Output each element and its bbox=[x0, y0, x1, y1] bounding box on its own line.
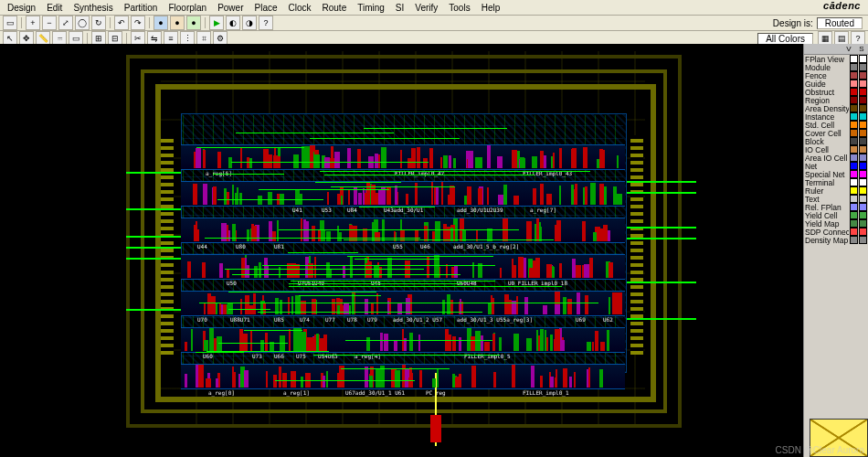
rp-header-v[interactable]: V bbox=[842, 44, 855, 54]
visibility-swatch-icon[interactable] bbox=[850, 228, 858, 236]
select-swatch-icon[interactable] bbox=[859, 211, 867, 219]
select-swatch-icon[interactable] bbox=[859, 80, 867, 88]
menu-help[interactable]: Help bbox=[476, 3, 506, 13]
select-swatch-icon[interactable] bbox=[859, 137, 867, 145]
menu-floorplan[interactable]: Floorplan bbox=[163, 3, 212, 13]
hilite2-icon[interactable]: ● bbox=[170, 16, 185, 30]
select-swatch-icon[interactable] bbox=[859, 219, 867, 228]
std-cell bbox=[409, 333, 413, 351]
std-cell bbox=[609, 297, 610, 314]
select-swatch-icon[interactable] bbox=[859, 154, 867, 162]
select-swatch-icon[interactable] bbox=[859, 112, 867, 121]
menu-power[interactable]: Power bbox=[212, 3, 249, 13]
menu-partition[interactable]: Partition bbox=[119, 3, 164, 13]
zoom-out-icon[interactable]: − bbox=[42, 16, 57, 30]
std-cell bbox=[524, 297, 528, 314]
select-swatch-icon[interactable] bbox=[859, 63, 867, 71]
visibility-swatch-icon[interactable] bbox=[850, 96, 858, 104]
visibility-swatch-icon[interactable] bbox=[850, 178, 858, 186]
menu-route[interactable]: Route bbox=[317, 3, 353, 13]
std-cell bbox=[437, 369, 439, 388]
hilite3-icon[interactable]: ● bbox=[186, 16, 201, 30]
visibility-swatch-icon[interactable] bbox=[850, 63, 858, 71]
hilite-icon[interactable]: ● bbox=[153, 16, 168, 30]
layout-canvas[interactable]: a_reg[5]FILLER_impl0_42FILLER_impl0_43U4… bbox=[0, 44, 803, 457]
visibility-swatch-icon[interactable] bbox=[850, 121, 858, 129]
menu-place[interactable]: Place bbox=[249, 3, 282, 13]
visibility-swatch-icon[interactable] bbox=[850, 55, 858, 63]
net-segment bbox=[344, 239, 554, 240]
std-cell bbox=[191, 329, 193, 351]
visibility-swatch-icon[interactable] bbox=[850, 219, 858, 228]
select-swatch-icon[interactable] bbox=[859, 203, 867, 211]
menu-synthesis[interactable]: Synthesis bbox=[68, 3, 118, 13]
select-swatch-icon[interactable] bbox=[859, 236, 867, 244]
zoom-in-icon[interactable]: + bbox=[26, 16, 40, 30]
menu-clock[interactable]: Clock bbox=[283, 3, 317, 13]
std-cell bbox=[432, 378, 436, 388]
std-cell bbox=[533, 188, 536, 205]
redo-icon[interactable]: ↷ bbox=[131, 16, 145, 30]
menu-design[interactable]: Design bbox=[2, 3, 41, 13]
visibility-swatch-icon[interactable] bbox=[850, 195, 858, 203]
select-swatch-icon[interactable] bbox=[859, 104, 867, 112]
select-swatch-icon[interactable] bbox=[859, 55, 867, 63]
visibility-swatch-icon[interactable] bbox=[850, 162, 858, 170]
menu-edit[interactable]: Edit bbox=[41, 3, 68, 13]
layer-row[interactable]: Density Map bbox=[804, 236, 868, 244]
visibility-swatch-icon[interactable] bbox=[850, 154, 858, 162]
std-cell bbox=[193, 184, 197, 205]
undo-icon[interactable]: ↶ bbox=[114, 16, 129, 30]
select-swatch-icon[interactable] bbox=[859, 129, 867, 137]
visibility-swatch-icon[interactable] bbox=[850, 203, 858, 211]
visibility-swatch-icon[interactable] bbox=[850, 137, 858, 145]
run-icon[interactable]: ▶ bbox=[209, 16, 224, 30]
left-pins bbox=[161, 135, 174, 355]
zoom-fit-icon[interactable]: ⤢ bbox=[58, 16, 73, 30]
select-swatch-icon[interactable] bbox=[859, 121, 867, 129]
std-cell bbox=[419, 370, 422, 388]
visibility-swatch-icon[interactable] bbox=[850, 71, 858, 80]
visibility-swatch-icon[interactable] bbox=[850, 145, 858, 154]
std-cell bbox=[343, 266, 345, 278]
select-swatch-icon[interactable] bbox=[859, 178, 867, 186]
tool1-icon[interactable]: ◐ bbox=[226, 16, 240, 30]
select-swatch-icon[interactable] bbox=[859, 88, 867, 96]
visibility-swatch-icon[interactable] bbox=[850, 129, 858, 137]
color-selector[interactable]: All Colors bbox=[757, 33, 813, 45]
rp-header-s[interactable]: S bbox=[855, 44, 868, 54]
menu-verify[interactable]: Verify bbox=[409, 3, 443, 13]
std-cell bbox=[451, 186, 455, 205]
refresh-icon[interactable]: ↻ bbox=[91, 16, 106, 30]
select-swatch-icon[interactable] bbox=[859, 228, 867, 236]
select-swatch-icon[interactable] bbox=[859, 186, 867, 195]
select-swatch-icon[interactable] bbox=[859, 96, 867, 104]
visibility-swatch-icon[interactable] bbox=[850, 211, 858, 219]
visibility-swatch-icon[interactable] bbox=[850, 236, 858, 244]
std-cell bbox=[374, 265, 379, 278]
select-swatch-icon[interactable] bbox=[859, 170, 867, 178]
open-icon[interactable]: ▭ bbox=[3, 16, 17, 30]
visibility-swatch-icon[interactable] bbox=[850, 170, 858, 178]
cell-label: U78 bbox=[347, 316, 357, 323]
menu-tools[interactable]: Tools bbox=[443, 3, 475, 13]
std-cell bbox=[576, 265, 581, 278]
menu-si[interactable]: SI bbox=[390, 3, 409, 13]
visibility-swatch-icon[interactable] bbox=[850, 80, 858, 88]
select-swatch-icon[interactable] bbox=[859, 162, 867, 170]
std-cell bbox=[617, 155, 619, 168]
tool2-icon[interactable]: ◑ bbox=[242, 16, 257, 30]
visibility-swatch-icon[interactable] bbox=[850, 88, 858, 96]
select-swatch-icon[interactable] bbox=[859, 195, 867, 203]
std-cell bbox=[603, 225, 608, 241]
zoom-prev-icon[interactable]: ◯ bbox=[75, 16, 90, 30]
menu-timing[interactable]: Timing bbox=[352, 3, 390, 13]
cell-label: a_reg[0] bbox=[208, 389, 235, 396]
visibility-swatch-icon[interactable] bbox=[850, 186, 858, 195]
std-cell bbox=[251, 224, 254, 241]
visibility-swatch-icon[interactable] bbox=[850, 104, 858, 112]
tool3-icon[interactable]: ? bbox=[259, 16, 273, 30]
select-swatch-icon[interactable] bbox=[859, 145, 867, 154]
visibility-swatch-icon[interactable] bbox=[850, 112, 858, 121]
select-swatch-icon[interactable] bbox=[859, 71, 867, 80]
